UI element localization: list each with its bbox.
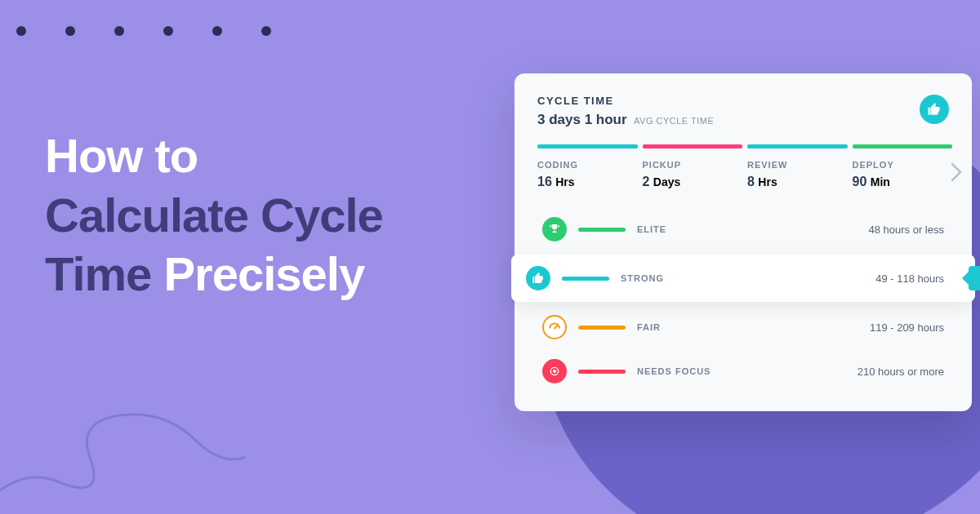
headline: How to Calculate Cycle Time Precisely	[45, 126, 383, 304]
headline-part-1: How to	[45, 129, 198, 182]
stage-review[interactable]: REVIEW 8 Hrs	[747, 144, 853, 189]
tier-strong[interactable]: STRONG 49 - 118 hours Your te	[511, 255, 975, 302]
headline-part-3b: Precisely	[163, 247, 364, 300]
tier-needs-focus[interactable]: NEEDS FOCUS 210 hours or more	[534, 349, 952, 393]
card-header: CYCLE TIME 3 days 1 hour AVG CYCLE TIME	[514, 95, 972, 144]
target-icon	[542, 359, 567, 383]
card-subtitle: AVG CYCLE TIME	[634, 116, 714, 126]
thumbs-up-icon	[920, 95, 949, 124]
card-value: 3 days 1 hour	[537, 112, 627, 127]
svg-point-1	[554, 370, 556, 373]
tier-fair[interactable]: FAIR 119 - 209 hours	[534, 305, 952, 349]
stage-pickup[interactable]: PICKUP 2 Days	[643, 144, 748, 189]
chevron-right-icon[interactable]	[951, 162, 962, 185]
tier-elite[interactable]: ELITE 48 hours or less	[534, 207, 952, 251]
tiers-list: ELITE 48 hours or less STRONG 49 - 118 h…	[514, 207, 972, 393]
decorative-dots	[16, 26, 271, 36]
headline-part-2: Calculate Cycle	[45, 188, 383, 241]
stage-coding[interactable]: CODING 16 Hrs	[537, 144, 643, 189]
cycle-time-card: CYCLE TIME 3 days 1 hour AVG CYCLE TIME …	[514, 73, 972, 411]
stages-row: CODING 16 Hrs PICKUP 2 Days REVIEW 8 Hrs…	[514, 144, 972, 207]
headline-part-3a: Time	[45, 247, 163, 300]
trophy-icon	[542, 217, 567, 241]
gauge-icon	[542, 315, 567, 339]
thumbs-up-icon	[526, 266, 550, 290]
your-team-badge: Your te	[969, 266, 980, 290]
card-title: CYCLE TIME	[537, 95, 714, 107]
squiggle-decoration	[0, 367, 245, 514]
stage-deploy[interactable]: DEPLOY 90 Min	[853, 144, 958, 189]
